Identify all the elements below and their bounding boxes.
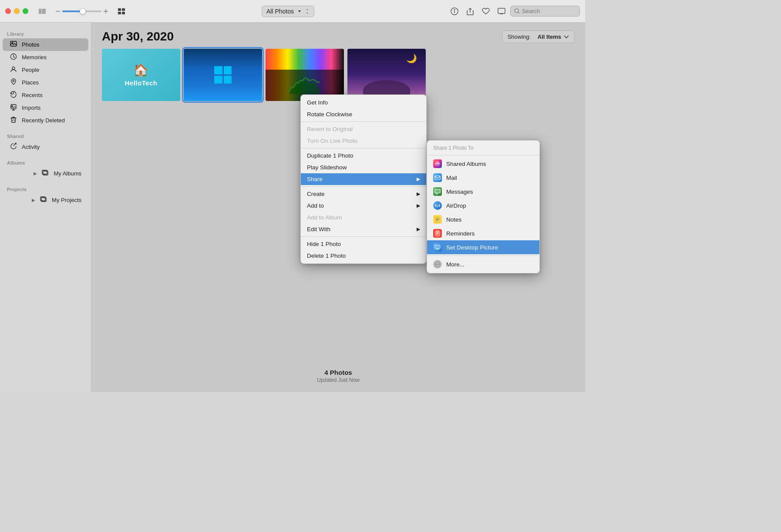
- sidebar-item-my-projects[interactable]: ▶ My Projects: [3, 194, 88, 206]
- submenu-more-label: More...: [446, 261, 465, 268]
- submenu-airdrop-label: AirDrop: [446, 202, 466, 209]
- library-section-label: Library: [0, 28, 91, 38]
- photo-colorbar[interactable]: [266, 49, 344, 101]
- close-button[interactable]: [5, 8, 11, 14]
- svg-rect-7: [118, 12, 121, 14]
- menu-item-duplicate[interactable]: Duplicate 1 Photo: [301, 150, 426, 162]
- sidebar-item-my-albums[interactable]: ▶ My Albums: [3, 167, 88, 180]
- submenu-item-messages[interactable]: Messages: [427, 185, 539, 199]
- sidebar-toggle-button[interactable]: [35, 5, 49, 17]
- sidebar: Library Photos Memories: [0, 23, 91, 392]
- submenu-item-shared-albums[interactable]: Shared Albums: [427, 157, 539, 171]
- sidebar-item-places[interactable]: Places: [3, 76, 88, 89]
- search-bar[interactable]: [510, 6, 580, 17]
- favorite-button[interactable]: [479, 5, 493, 17]
- titlebar: All Photos: [0, 0, 585, 23]
- add-to-arrow-icon: ▶: [417, 203, 420, 209]
- photo-hellotech[interactable]: 🏠 HelloTech: [102, 49, 180, 101]
- sidebar-item-activity[interactable]: Activity: [3, 141, 88, 153]
- menu-separator-3: [301, 186, 426, 187]
- minimize-button[interactable]: [14, 8, 20, 14]
- svg-rect-2: [56, 11, 60, 11]
- photo-windows[interactable]: [184, 49, 262, 101]
- svg-rect-1: [42, 9, 46, 14]
- menu-item-share[interactable]: Share ▶: [301, 173, 426, 185]
- svg-rect-5: [118, 8, 121, 11]
- status-count: 4 Photos: [317, 369, 360, 376]
- content-header: Apr 30, 2020 Showing: All Items: [91, 23, 585, 49]
- maximize-button[interactable]: [23, 8, 28, 14]
- svg-point-33: [437, 206, 438, 207]
- library-dropdown-label: All Photos: [266, 8, 294, 15]
- search-input[interactable]: [522, 8, 574, 14]
- submenu-reminders-label: Reminders: [446, 230, 475, 237]
- zoom-slider[interactable]: [55, 9, 108, 14]
- sidebar-item-imports[interactable]: Imports: [3, 101, 88, 114]
- svg-point-20: [12, 67, 15, 70]
- svg-point-50: [438, 264, 439, 265]
- sidebar-item-memories-label: Memories: [22, 54, 47, 61]
- sidebar-item-recently-deleted[interactable]: Recently Deleted: [3, 114, 88, 127]
- svg-rect-43: [438, 230, 439, 232]
- sidebar-item-people[interactable]: People: [3, 64, 88, 76]
- sidebar-item-memories[interactable]: Memories: [3, 51, 88, 64]
- menu-item-edit-with-label: Edit With: [307, 226, 330, 232]
- menu-item-edit-with[interactable]: Edit With ▶: [301, 223, 426, 235]
- svg-rect-42: [436, 230, 437, 232]
- menu-item-create[interactable]: Create ▶: [301, 188, 426, 200]
- titlebar-center: All Photos: [132, 6, 444, 17]
- submenu-item-mail[interactable]: Mail: [427, 171, 539, 185]
- date-title: Apr 30, 2020: [102, 30, 174, 44]
- showing-value: All Items: [538, 34, 561, 40]
- expand-icon: ▶: [34, 171, 37, 176]
- menu-item-live-photo-label: Turn On Live Photo: [307, 138, 358, 144]
- menu-item-hide-label: Hide 1 Photo: [307, 241, 341, 247]
- menu-item-get-info[interactable]: Get Info: [301, 97, 426, 108]
- sidebar-item-people-label: People: [22, 67, 39, 73]
- sidebar-item-recents-label: Recents: [22, 92, 43, 98]
- submenu-separator-more: [427, 256, 539, 256]
- mail-icon: [433, 173, 442, 182]
- menu-item-rotate-label: Rotate Clockwise: [307, 111, 352, 118]
- share-button[interactable]: [463, 5, 477, 17]
- photo-night[interactable]: 🌙: [347, 49, 426, 101]
- submenu-set-desktop-label: Set Desktop Picture: [446, 244, 498, 251]
- albums-section-label: Albums: [0, 157, 91, 167]
- svg-point-11: [454, 9, 455, 10]
- submenu-item-reminders[interactable]: Reminders: [427, 226, 539, 240]
- menu-item-live-photo: Turn On Live Photo: [301, 135, 426, 147]
- menu-item-rotate[interactable]: Rotate Clockwise: [301, 108, 426, 120]
- messages-icon: [433, 187, 442, 196]
- projects-icon: [40, 196, 47, 204]
- svg-rect-4: [106, 9, 106, 13]
- submenu-item-airdrop[interactable]: AirDrop: [427, 199, 539, 212]
- menu-item-revert-label: Revert to Original: [307, 126, 353, 132]
- svg-point-48: [436, 264, 437, 265]
- sidebar-item-recents[interactable]: Recents: [3, 89, 88, 101]
- library-dropdown[interactable]: All Photos: [262, 6, 314, 17]
- sidebar-item-photos-label: Photos: [22, 41, 39, 48]
- menu-item-slideshow[interactable]: Play Slideshow: [301, 162, 426, 173]
- edit-with-arrow-icon: ▶: [417, 226, 420, 232]
- submenu-header: Share 1 Photo To: [427, 142, 539, 154]
- menu-separator-1: [301, 121, 426, 122]
- menu-item-get-info-label: Get Info: [307, 99, 328, 106]
- svg-rect-12: [498, 8, 505, 13]
- menu-item-add-to[interactable]: Add to ▶: [301, 200, 426, 212]
- menu-item-delete[interactable]: Delete 1 Photo: [301, 250, 426, 262]
- submenu-item-set-desktop[interactable]: Set Desktop Picture: [427, 240, 539, 254]
- menu-item-duplicate-label: Duplicate 1 Photo: [307, 152, 353, 159]
- menu-item-hide[interactable]: Hide 1 Photo: [301, 238, 426, 250]
- svg-rect-45: [436, 249, 439, 249]
- airdrop-icon: [433, 201, 442, 210]
- svg-rect-8: [122, 12, 125, 14]
- info-button[interactable]: [448, 5, 461, 17]
- svg-rect-46: [436, 249, 439, 250]
- showing-dropdown[interactable]: Showing: All Items: [502, 30, 575, 43]
- submenu-item-more[interactable]: More...: [427, 257, 539, 271]
- submenu-item-notes[interactable]: Notes: [427, 212, 539, 226]
- traffic-lights: [5, 8, 28, 14]
- slideshow-button[interactable]: [495, 5, 508, 17]
- sidebar-item-photos[interactable]: Photos: [3, 38, 88, 51]
- view-toggle-button[interactable]: [114, 5, 128, 17]
